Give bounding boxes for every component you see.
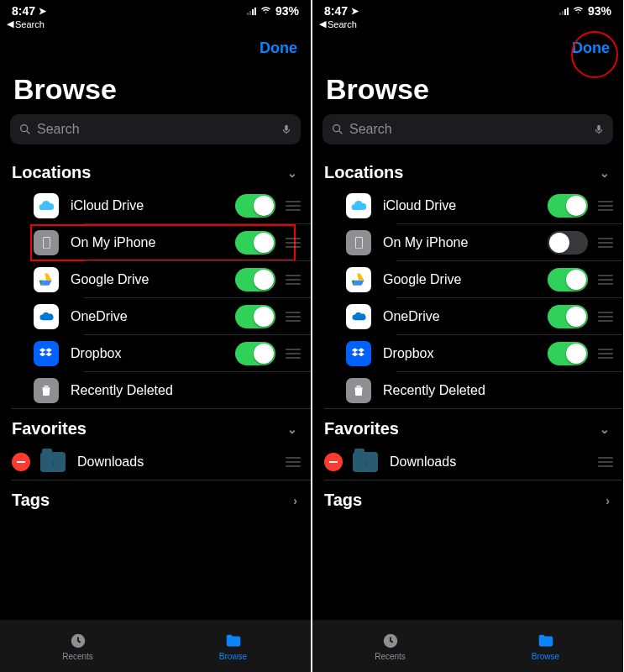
- location-toggle[interactable]: [548, 231, 588, 255]
- location-label: Dropbox: [383, 346, 548, 361]
- recently-deleted-row[interactable]: Recently Deleted: [312, 372, 623, 409]
- tags-header[interactable]: Tags ›: [312, 480, 623, 515]
- dropbox-icon: [34, 341, 59, 366]
- tags-header[interactable]: Tags ›: [0, 480, 311, 515]
- folder-icon: [535, 632, 557, 650]
- location-toggle[interactable]: [548, 305, 588, 328]
- back-to-search[interactable]: ◀ Search: [0, 18, 311, 33]
- search-icon: [331, 123, 344, 136]
- recently-deleted-row[interactable]: Recently Deleted: [0, 372, 311, 409]
- tags-label: Tags: [12, 491, 50, 510]
- done-button[interactable]: Done: [260, 39, 297, 65]
- reorder-handle-icon[interactable]: [596, 275, 615, 285]
- location-row: iCloud Drive: [0, 187, 311, 224]
- reorder-handle-icon[interactable]: [284, 238, 302, 248]
- reorder-handle-icon[interactable]: [284, 275, 302, 285]
- locations-header[interactable]: Locations ⌄: [312, 153, 623, 187]
- cellular-signal-icon: [559, 7, 569, 15]
- reorder-handle-icon[interactable]: [596, 457, 615, 467]
- battery-percent: 93%: [588, 4, 611, 18]
- location-row: iCloud Drive: [312, 187, 623, 224]
- svg-point-6: [333, 125, 340, 132]
- reorder-handle-icon[interactable]: [596, 349, 615, 359]
- favorites-header[interactable]: Favorites ⌄: [312, 409, 623, 444]
- tab-browse-label: Browse: [532, 652, 559, 661]
- search-input[interactable]: Search: [322, 114, 613, 144]
- gdrive-icon: [346, 267, 371, 292]
- location-row: OneDrive: [312, 298, 623, 335]
- chevron-right-icon: ›: [293, 494, 297, 507]
- battery-percent: 93%: [275, 4, 299, 18]
- done-button[interactable]: Done: [572, 39, 610, 65]
- back-label: Search: [15, 19, 45, 29]
- chevron-left-icon: ◀: [7, 18, 13, 29]
- tab-browse-label: Browse: [219, 652, 247, 661]
- onedrive-icon: [346, 304, 371, 329]
- phone-screen: 8:47 ➤ 93% ◀ Search Done Browse Search: [312, 0, 623, 672]
- tab-recents-label: Recents: [375, 652, 406, 661]
- reorder-handle-icon[interactable]: [284, 457, 302, 467]
- location-row: Google Drive: [0, 261, 311, 298]
- location-row: OneDrive: [0, 298, 311, 335]
- locations-header[interactable]: Locations ⌄: [0, 153, 311, 187]
- location-label: Dropbox: [71, 346, 235, 361]
- remove-favorite-button[interactable]: [324, 453, 343, 471]
- chevron-right-icon: ›: [606, 494, 610, 507]
- location-toggle[interactable]: [235, 305, 275, 328]
- downloads-folder-icon: [40, 452, 66, 472]
- phone-screen: 8:47 ➤ 93% ◀ Search Done Browse Search: [0, 0, 311, 672]
- chevron-down-icon: ⌄: [600, 166, 610, 180]
- clock-icon: [380, 632, 401, 650]
- reorder-handle-icon[interactable]: [596, 238, 615, 248]
- location-toggle[interactable]: [548, 194, 588, 218]
- location-toggle[interactable]: [235, 194, 275, 218]
- favorites-header[interactable]: Favorites ⌄: [0, 409, 311, 444]
- mic-icon[interactable]: [281, 122, 292, 137]
- search-input[interactable]: Search: [10, 114, 301, 144]
- svg-rect-8: [597, 125, 600, 131]
- status-bar: 8:47 ➤ 93%: [0, 0, 311, 18]
- back-to-search[interactable]: ◀ Search: [312, 18, 623, 33]
- chevron-down-icon: ⌄: [287, 423, 297, 436]
- gdrive-icon: [34, 267, 59, 292]
- mic-icon[interactable]: [593, 122, 605, 137]
- location-toggle[interactable]: [548, 342, 588, 365]
- remove-favorite-button[interactable]: [12, 453, 30, 471]
- svg-rect-10: [355, 238, 361, 249]
- location-row: Dropbox: [312, 335, 623, 372]
- tab-bar: Recents Browse: [0, 620, 311, 672]
- chevron-left-icon: ◀: [319, 18, 326, 29]
- recently-deleted-label: Recently Deleted: [71, 383, 302, 398]
- chevron-down-icon: ⌄: [287, 166, 297, 180]
- icloud-icon: [346, 193, 371, 218]
- phone-icon: [346, 230, 371, 255]
- search-placeholder: Search: [37, 122, 281, 137]
- reorder-handle-icon[interactable]: [596, 312, 615, 322]
- status-time: 8:47: [324, 4, 348, 18]
- location-toggle[interactable]: [548, 268, 588, 291]
- tab-browse[interactable]: Browse: [155, 620, 311, 672]
- locations-list: iCloud Drive On My iPhone Google Drive O…: [312, 187, 623, 409]
- reorder-handle-icon[interactable]: [284, 201, 302, 211]
- reorder-handle-icon[interactable]: [284, 312, 302, 322]
- location-label: iCloud Drive: [71, 198, 235, 213]
- search-icon: [18, 123, 32, 136]
- tab-recents[interactable]: Recents: [0, 620, 155, 672]
- location-toggle[interactable]: [235, 231, 275, 255]
- tab-recents[interactable]: Recents: [312, 620, 468, 672]
- location-toggle[interactable]: [235, 342, 275, 365]
- location-row: On My iPhone: [312, 224, 623, 261]
- tab-browse[interactable]: Browse: [468, 620, 623, 672]
- location-label: OneDrive: [383, 309, 548, 324]
- favorites-list: Downloads: [0, 444, 311, 480]
- favorites-list: Downloads: [312, 444, 623, 480]
- reorder-handle-icon[interactable]: [284, 349, 302, 359]
- favorite-label: Downloads: [390, 454, 596, 470]
- folder-icon: [223, 632, 244, 650]
- wifi-icon: [572, 5, 585, 18]
- reorder-handle-icon[interactable]: [596, 201, 615, 211]
- cellular-signal-icon: [247, 7, 256, 15]
- favorites-label: Favorites: [12, 419, 87, 438]
- location-row: Dropbox: [0, 335, 311, 372]
- location-toggle[interactable]: [235, 268, 275, 291]
